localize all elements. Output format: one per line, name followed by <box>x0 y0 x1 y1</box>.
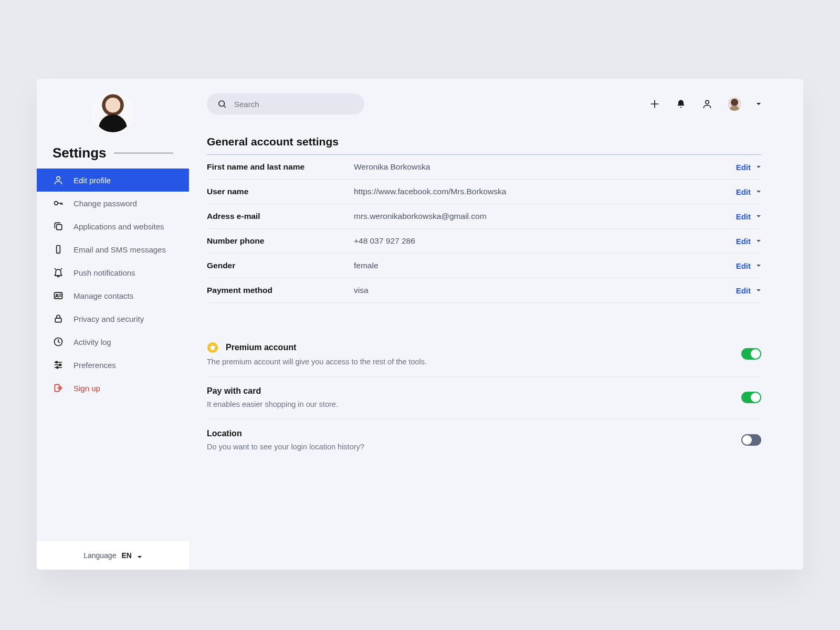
sidebar-item-edit-profile[interactable]: Edit profile <box>37 169 189 192</box>
sidebar-item-preferences[interactable]: Preferences <box>37 353 189 376</box>
search-input[interactable] <box>234 100 354 109</box>
account-button[interactable] <box>701 98 713 110</box>
edit-link[interactable]: Edit <box>736 212 751 221</box>
setting-value: visa <box>354 286 736 295</box>
sidebar: Settings Edit profile Change password Ap… <box>37 79 189 570</box>
notifications-button[interactable] <box>675 98 687 110</box>
edit-link[interactable]: Edit <box>736 286 751 295</box>
sidebar-item-label: Push notifications <box>74 268 135 277</box>
sidebar-item-label: Applications and websites <box>74 222 164 231</box>
logout-icon <box>52 382 64 394</box>
sidebar-item-label: Preferences <box>74 361 116 370</box>
option-main: Premium account The premium account will… <box>207 342 732 366</box>
id-card-icon <box>52 290 64 301</box>
option-main: Pay with card It enables easier shopping… <box>207 386 732 408</box>
setting-value: +48 037 927 286 <box>354 236 736 246</box>
topbar-actions <box>649 97 761 111</box>
bell-alert-icon <box>52 267 64 278</box>
caret-down-icon <box>756 263 761 268</box>
option-location: Location Do you want to see your login l… <box>207 419 761 461</box>
sidebar-item-sign-out[interactable]: Sign up <box>37 376 189 400</box>
setting-label: Number phone <box>207 236 354 246</box>
sidebar-item-label: Sign up <box>74 384 100 393</box>
caret-down-icon <box>756 101 761 107</box>
avatar-menu-trigger[interactable] <box>756 99 761 109</box>
svg-point-0 <box>57 176 60 180</box>
options-section: Premium account The premium account will… <box>207 332 761 461</box>
user-icon <box>702 99 712 109</box>
language-selector[interactable]: Language EN <box>37 541 189 570</box>
toggle-location[interactable] <box>741 434 761 446</box>
sidebar-item-email-sms[interactable]: Email and SMS messages <box>37 238 189 261</box>
option-desc: It enables easier shopping in our store. <box>207 400 732 408</box>
option-title: Pay with card <box>207 386 261 396</box>
sidebar-item-label: Edit profile <box>74 176 111 185</box>
caret-down-icon <box>756 238 761 244</box>
setting-value: https://www.facebook.com/Mrs.Borkowska <box>354 187 736 196</box>
setting-label: Payment method <box>207 286 354 295</box>
sidebar-item-label: Privacy and security <box>74 314 144 323</box>
option-head: Pay with card <box>207 386 732 396</box>
svg-point-1 <box>55 202 58 205</box>
option-title: Premium account <box>226 343 296 352</box>
option-desc: Do you want to see your login location h… <box>207 443 732 451</box>
user-icon <box>52 174 64 186</box>
toggle-premium-account[interactable] <box>741 348 761 360</box>
edit-link[interactable]: Edit <box>736 237 751 246</box>
profile-avatar[interactable] <box>93 93 132 132</box>
avatar-wrap <box>37 79 189 142</box>
setting-row-username: User name https://www.facebook.com/Mrs.B… <box>207 180 761 204</box>
topbar-avatar[interactable] <box>728 97 741 111</box>
setting-label: Adress e-mail <box>207 212 354 221</box>
search-box[interactable] <box>207 93 364 114</box>
add-button[interactable] <box>649 98 660 110</box>
toggle-knob <box>742 435 752 445</box>
sidebar-title: Settings <box>52 145 107 161</box>
toggle-knob <box>751 393 760 402</box>
setting-value: Weronika Borkowska <box>354 162 736 172</box>
toggle-pay-with-card[interactable] <box>741 392 761 403</box>
toggle-knob <box>751 349 760 359</box>
sidebar-item-manage-contacts[interactable]: Manage contacts <box>37 284 189 307</box>
setting-row-payment: Payment method visa Edit <box>207 278 761 303</box>
language-label: Language <box>83 551 116 560</box>
edit-action[interactable]: Edit <box>736 237 761 246</box>
edit-action[interactable]: Edit <box>736 187 761 196</box>
language-code: EN <box>121 551 131 560</box>
main-content: General account settings First name and … <box>189 79 803 570</box>
sidebar-item-change-password[interactable]: Change password <box>37 192 189 215</box>
svg-point-13 <box>219 101 225 107</box>
edit-action[interactable]: Edit <box>736 163 761 172</box>
edit-action[interactable]: Edit <box>736 212 761 221</box>
copy-icon <box>52 220 64 232</box>
edit-action[interactable]: Edit <box>736 261 761 270</box>
sidebar-item-label: Change password <box>74 199 137 208</box>
edit-link[interactable]: Edit <box>736 163 751 172</box>
sidebar-item-push-notifications[interactable]: Push notifications <box>37 261 189 284</box>
sidebar-item-activity-log[interactable]: Activity log <box>37 330 189 353</box>
sliders-icon <box>52 359 64 371</box>
edit-link[interactable]: Edit <box>736 261 751 270</box>
sidebar-item-label: Email and SMS messages <box>74 245 166 254</box>
option-head: Location <box>207 429 732 438</box>
edit-link[interactable]: Edit <box>736 187 751 196</box>
page-title: General account settings <box>207 135 761 155</box>
phone-icon <box>52 244 64 255</box>
setting-value: female <box>354 261 736 270</box>
clock-icon <box>52 336 64 348</box>
setting-value: mrs.weronikaborkowska@gmail.com <box>354 212 736 221</box>
caret-down-icon <box>137 553 142 558</box>
setting-label: Gender <box>207 261 354 270</box>
setting-row-email: Adress e-mail mrs.weronikaborkowska@gmai… <box>207 204 761 229</box>
sidebar-title-row: Settings <box>37 142 189 169</box>
option-title: Location <box>207 429 242 438</box>
option-desc: The premium account will give you access… <box>207 358 732 366</box>
caret-down-icon <box>756 189 761 194</box>
setting-row-name: First name and last name Weronika Borkow… <box>207 155 761 180</box>
sidebar-item-applications[interactable]: Applications and websites <box>37 215 189 238</box>
sidebar-title-divider <box>114 153 173 153</box>
sidebar-item-privacy-security[interactable]: Privacy and security <box>37 307 189 330</box>
option-pay-with-card: Pay with card It enables easier shopping… <box>207 377 761 419</box>
svg-rect-2 <box>57 225 62 230</box>
edit-action[interactable]: Edit <box>736 286 761 295</box>
